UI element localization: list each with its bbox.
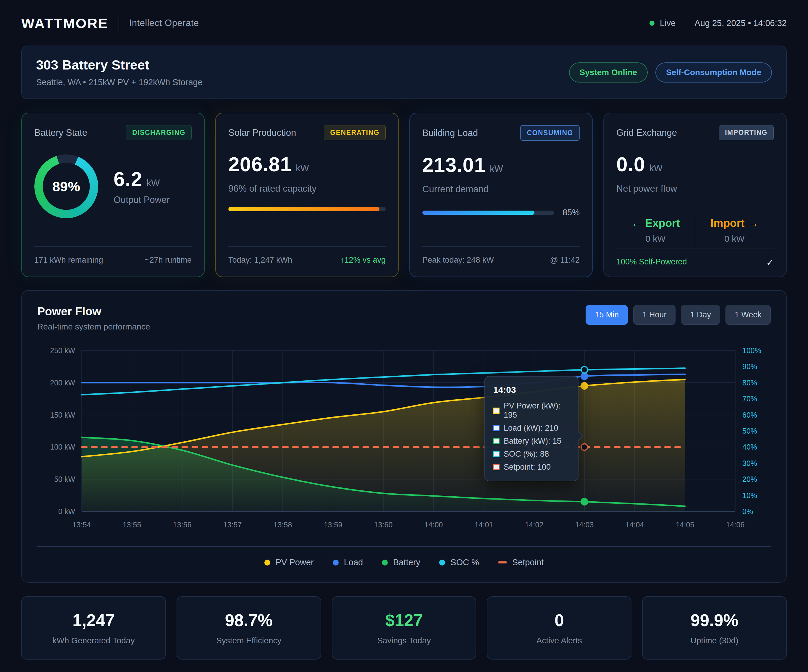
- svg-text:30%: 30%: [742, 459, 757, 467]
- load-card-title: Building Load: [422, 128, 478, 139]
- svg-text:14:03: 14:03: [575, 521, 594, 529]
- top-bar: WATTMORE Intellect Operate Live Aug 25, …: [21, 11, 787, 35]
- svg-text:14:02: 14:02: [525, 521, 544, 529]
- solar-vs-avg: ↑12% vs avg: [341, 256, 386, 265]
- chart-legend-bar: PV PowerLoadBatterySOC %Setpoint: [37, 546, 771, 574]
- tooltip-swatch-icon: [493, 451, 499, 457]
- svg-text:14:01: 14:01: [475, 521, 493, 529]
- stat-value: $127: [338, 610, 470, 630]
- svg-text:13:59: 13:59: [324, 521, 342, 529]
- power-flow-subtitle: Real-time system performance: [37, 322, 150, 331]
- grid-import-block: Import → 0 kW: [695, 217, 774, 244]
- stat-label: Uptime (30d): [649, 636, 780, 645]
- metric-cards-row: Battery State DISCHARGING 89% 6.2 kW Out…: [21, 113, 787, 277]
- stat-card-0: 1,247kWh Generated Today: [21, 596, 166, 660]
- legend-item-setpoint[interactable]: Setpoint: [498, 558, 544, 567]
- svg-text:14:04: 14:04: [626, 521, 644, 529]
- svg-text:13:57: 13:57: [223, 521, 242, 529]
- tooltip-row-2: Battery (kW): 15: [493, 436, 569, 446]
- live-dot-icon: [649, 21, 654, 26]
- time-range-selector: 15 Min1 Hour1 Day1 Week: [586, 305, 771, 325]
- solar-progress-track: [228, 207, 386, 211]
- solar-value: 206.81: [228, 153, 292, 176]
- range-button-15-min[interactable]: 15 Min: [586, 305, 628, 325]
- grid-import-label: Import →: [695, 217, 774, 229]
- svg-text:20%: 20%: [742, 475, 757, 483]
- stat-value: 0: [493, 610, 625, 630]
- legend-item-soc-[interactable]: SOC %: [439, 558, 479, 567]
- battery-soc-percent: 89%: [34, 154, 98, 218]
- battery-output-label: Output Power: [114, 195, 170, 205]
- grid-unit: kW: [649, 163, 663, 174]
- svg-text:100 kW: 100 kW: [50, 443, 75, 451]
- svg-text:10%: 10%: [742, 491, 757, 500]
- load-percent-label: 85%: [563, 207, 580, 217]
- stat-label: Savings Today: [338, 636, 470, 645]
- tooltip-swatch-icon: [493, 425, 499, 431]
- legend-dot-icon: [439, 560, 445, 565]
- load-progress-track: [422, 211, 554, 215]
- load-peak-time: @ 11:42: [550, 256, 580, 265]
- load-progress-fill: [422, 211, 534, 215]
- svg-text:40%: 40%: [742, 443, 757, 451]
- svg-text:13:54: 13:54: [72, 521, 91, 529]
- battery-state-card: Battery State DISCHARGING 89% 6.2 kW Out…: [21, 113, 205, 277]
- site-card: 303 Battery Street Seattle, WA • 215kW P…: [21, 45, 787, 99]
- brand-row: WATTMORE Intellect Operate: [21, 15, 199, 31]
- grid-card-title: Grid Exchange: [616, 127, 677, 138]
- range-button-1-hour[interactable]: 1 Hour: [633, 305, 676, 325]
- grid-self-powered: 100% Self-Powered: [616, 257, 687, 267]
- grid-export-value: 0 kW: [616, 234, 695, 244]
- svg-text:13:60: 13:60: [374, 521, 393, 529]
- stat-label: kWh Generated Today: [28, 636, 159, 645]
- stat-value: 98.7%: [183, 610, 315, 630]
- legend-item-pv-power[interactable]: PV Power: [264, 558, 314, 567]
- building-load-card: Building Load CONSUMING 213.01 kW Curren…: [409, 113, 593, 277]
- stat-label: Active Alerts: [493, 636, 625, 645]
- brand-logo: WATTMORE: [21, 15, 109, 31]
- load-status-badge: CONSUMING: [520, 125, 580, 141]
- header-status: Live Aug 25, 2025 • 14:06:32: [649, 18, 787, 28]
- solar-status-badge: GENERATING: [324, 125, 386, 140]
- tooltip-row-4: Setpoint: 100: [493, 463, 569, 472]
- grid-value: 0.0: [616, 153, 645, 176]
- grid-flow-label: Net power flow: [616, 183, 774, 194]
- battery-card-title: Battery State: [34, 127, 87, 138]
- battery-soc-ring: 89%: [34, 154, 98, 218]
- stat-card-2: $127Savings Today: [332, 596, 476, 660]
- solar-card-title: Solar Production: [228, 127, 296, 138]
- power-flow-chart[interactable]: 0 kW50 kW100 kW150 kW200 kW250 kW0%10%20…: [37, 344, 771, 540]
- site-info: 303 Battery Street Seattle, WA • 215kW P…: [36, 57, 203, 87]
- site-name: 303 Battery Street: [36, 57, 203, 73]
- tooltip-row-3: SOC (%): 88: [493, 450, 569, 459]
- range-button-1-week[interactable]: 1 Week: [726, 305, 771, 325]
- tooltip-rows: PV Power (kW): 195Load (kW): 210Battery …: [493, 401, 569, 472]
- svg-text:13:56: 13:56: [173, 521, 192, 529]
- svg-text:0%: 0%: [742, 507, 753, 515]
- live-indicator: Live: [649, 18, 676, 28]
- stat-card-3: 0Active Alerts: [487, 596, 631, 660]
- solar-progress-fill: [228, 207, 379, 211]
- svg-text:50%: 50%: [742, 427, 757, 435]
- product-name: Intellect Operate: [129, 18, 199, 28]
- legend-item-load[interactable]: Load: [333, 558, 363, 567]
- svg-text:13:55: 13:55: [123, 521, 141, 529]
- range-button-1-day[interactable]: 1 Day: [681, 305, 720, 325]
- dashboard-page: WATTMORE Intellect Operate Live Aug 25, …: [0, 0, 808, 660]
- battery-output-unit: kW: [147, 178, 160, 189]
- stat-card-1: 98.7%System Efficiency: [177, 596, 321, 660]
- legend-dot-icon: [382, 560, 388, 565]
- grid-status-badge: IMPORTING: [719, 125, 774, 140]
- svg-text:14:06: 14:06: [726, 521, 745, 529]
- tooltip-swatch-icon: [493, 438, 499, 444]
- chart-tooltip: 14:03 PV Power (kW): 195Load (kW): 210Ba…: [484, 376, 579, 481]
- legend-dot-icon: [264, 560, 270, 565]
- legend-item-battery[interactable]: Battery: [382, 558, 420, 567]
- svg-text:14:05: 14:05: [676, 521, 694, 529]
- load-demand-label: Current demand: [422, 184, 580, 195]
- battery-status-badge: DISCHARGING: [126, 125, 192, 140]
- power-flow-title: Power Flow: [37, 305, 150, 318]
- solar-production-card: Solar Production GENERATING 206.81 kW 96…: [215, 113, 399, 277]
- legend-dot-icon: [333, 560, 339, 565]
- chart-canvas[interactable]: 0 kW50 kW100 kW150 kW200 kW250 kW0%10%20…: [37, 344, 772, 539]
